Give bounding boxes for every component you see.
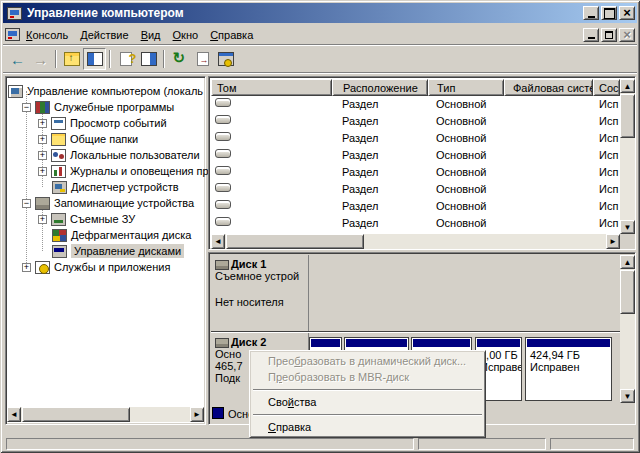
- show-pane-icon: [141, 52, 157, 66]
- list-h-scroll-thumb[interactable]: [226, 234, 364, 249]
- tree-item-disk-management[interactable]: Управление дисками: [52, 243, 184, 259]
- tree-item-removable-storage[interactable]: Съемные ЗУ: [38, 211, 135, 227]
- shared-folders-icon: [51, 133, 66, 146]
- menu-window[interactable]: Окно: [167, 27, 205, 43]
- tree-item-services-applications[interactable]: Службы и приложения: [22, 259, 170, 275]
- volume-list-pane: Том Расположение Тип Файловая система Со…: [208, 76, 636, 250]
- volume-row[interactable]: РазделОсновнойИсп: [211, 215, 620, 232]
- volume-icon: [215, 98, 231, 107]
- tree-item-shared-folders[interactable]: Общие папки: [38, 131, 138, 147]
- list-h-scrollbar[interactable]: ◄ ►: [211, 234, 620, 249]
- volume-row[interactable]: РазделОсновнойИсп: [211, 147, 620, 164]
- device-manager-icon: [52, 181, 67, 194]
- collapse-box[interactable]: [22, 199, 31, 208]
- tree-item-local-users[interactable]: Локальные пользователи: [38, 147, 200, 163]
- tree-item-storage[interactable]: Запоминающие устройства: [22, 195, 194, 211]
- expand-box[interactable]: [38, 215, 47, 224]
- local-users-icon: [51, 149, 66, 162]
- maximize-button[interactable]: [601, 6, 617, 20]
- expand-box[interactable]: [38, 135, 47, 144]
- column-header-volume[interactable]: Том: [211, 79, 332, 96]
- tree-item-device-manager[interactable]: Диспетчер устройств: [52, 179, 179, 195]
- status-bar: [3, 436, 637, 451]
- scroll-down-icon[interactable]: ▼: [620, 389, 635, 403]
- selected-tree-label: Управление дисками: [71, 244, 184, 258]
- partition-5[interactable]: 424,94 ГБИсправен: [525, 337, 612, 401]
- forward-icon: →: [33, 51, 48, 68]
- column-header-status[interactable]: Сос: [593, 79, 620, 96]
- close-button[interactable]: [619, 6, 635, 20]
- up-one-level-button[interactable]: [60, 48, 83, 70]
- volume-row[interactable]: РазделОсновнойИсп: [211, 198, 620, 215]
- tree-item-computer-management[interactable]: Управление компьютером (локаль: [8, 83, 203, 99]
- graph-v-scrollbar[interactable]: ▲ ▼: [620, 255, 635, 403]
- mdi-minimize-button[interactable]: [583, 28, 599, 42]
- menu-view[interactable]: Вид: [135, 27, 167, 43]
- scroll-up-icon[interactable]: ▲: [620, 79, 635, 93]
- mdi-child-icon[interactable]: [5, 28, 20, 41]
- volume-icon: [215, 115, 231, 124]
- scroll-left-icon[interactable]: ◄: [7, 407, 21, 422]
- scroll-left-icon[interactable]: ◄: [211, 234, 225, 249]
- tree-item-event-viewer[interactable]: Просмотр событий: [38, 115, 167, 131]
- expand-box[interactable]: [38, 151, 47, 160]
- console-tree-pane: Управление компьютером (локаль Служебные…: [5, 76, 206, 425]
- menu-help[interactable]: Справка: [204, 27, 259, 43]
- context-menu: Преобразовать в динамический диск... Пре…: [249, 350, 486, 438]
- console-settings-button[interactable]: [214, 48, 237, 70]
- disk1-empty-area[interactable]: [309, 255, 620, 331]
- tree-h-scrollbar[interactable]: ◄ ►: [7, 407, 204, 422]
- menu-action[interactable]: Действие: [74, 27, 134, 43]
- menu-item-help[interactable]: Справка: [251, 419, 484, 435]
- status-panel: [6, 438, 414, 450]
- help-topics-button[interactable]: [114, 48, 137, 70]
- show-pane-button[interactable]: [137, 48, 160, 70]
- toolbar: ← →: [3, 46, 637, 73]
- scroll-down-icon[interactable]: ▼: [620, 220, 635, 234]
- scroll-right-icon[interactable]: ►: [606, 234, 620, 249]
- expand-box[interactable]: [22, 263, 31, 272]
- tree-item-disk-defragmenter[interactable]: Дефрагментация диска: [52, 227, 191, 243]
- volume-row[interactable]: РазделОсновнойИсп: [211, 130, 620, 147]
- forward-button-disabled: →: [29, 48, 52, 70]
- scroll-up-icon[interactable]: ▲: [620, 255, 635, 269]
- back-button[interactable]: ←: [6, 48, 29, 70]
- volume-row[interactable]: РазделОсновнойИсп: [211, 113, 620, 130]
- export-list-button[interactable]: [191, 48, 214, 70]
- removable-storage-icon: [51, 213, 66, 226]
- list-v-scrollbar[interactable]: ▲ ▼: [620, 79, 635, 234]
- console-app-icon[interactable]: [7, 7, 22, 20]
- storage-icon: [35, 197, 50, 210]
- minimize-button[interactable]: [583, 6, 599, 20]
- event-viewer-icon: [51, 117, 66, 130]
- expand-box[interactable]: [38, 119, 47, 128]
- graph-v-scroll-thumb[interactable]: [620, 270, 635, 314]
- tree-item-performance-logs[interactable]: Журналы и оповещения пр: [38, 163, 209, 179]
- title-bar[interactable]: Управление компьютером: [3, 3, 637, 23]
- window-title: Управление компьютером: [27, 6, 581, 20]
- removable-drive-icon: [215, 260, 229, 270]
- help-page-icon: [120, 52, 132, 66]
- services-icon: [35, 261, 50, 274]
- show-console-tree-button[interactable]: [83, 48, 106, 70]
- menu-console[interactable]: Консоль: [20, 27, 74, 43]
- refresh-button[interactable]: [168, 48, 191, 70]
- column-header-location[interactable]: Расположение: [332, 79, 428, 96]
- collapse-box[interactable]: [22, 103, 31, 112]
- expand-box[interactable]: [38, 167, 47, 176]
- volume-row[interactable]: РазделОсновнойИсп: [211, 96, 620, 113]
- volume-row[interactable]: РазделОсновнойИсп: [211, 181, 620, 198]
- column-header-type[interactable]: Тип: [428, 79, 504, 96]
- column-header-filesystem[interactable]: Файловая система: [504, 79, 593, 96]
- menu-item-properties[interactable]: Свойства: [251, 394, 484, 410]
- mdi-restore-button[interactable]: [601, 28, 617, 42]
- volume-row[interactable]: РазделОсновнойИсп: [211, 164, 620, 181]
- tree-h-scroll-thumb[interactable]: [22, 407, 130, 422]
- tree-item-system-tools[interactable]: Служебные программы: [22, 99, 174, 115]
- scroll-right-icon[interactable]: ►: [190, 407, 204, 422]
- disk1-label[interactable]: Диск 1 Съемное устрой Нет носителя: [211, 255, 309, 331]
- toolbar-separator: [55, 50, 57, 68]
- list-v-scroll-thumb[interactable]: [620, 94, 635, 138]
- show-console-tree-icon: [87, 52, 103, 66]
- volume-icon: [215, 166, 231, 175]
